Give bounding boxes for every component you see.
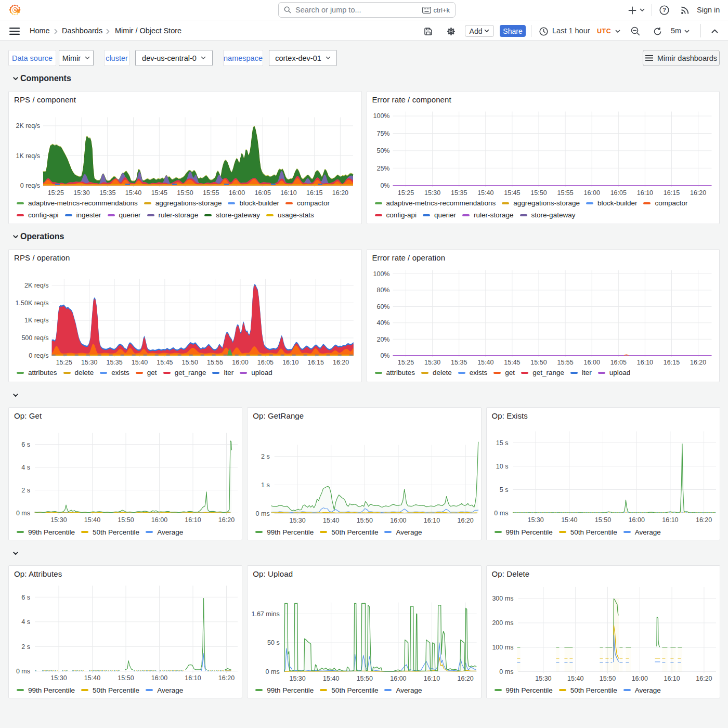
svg-text:15:30: 15:30 <box>535 675 551 682</box>
svg-text:15:55: 15:55 <box>557 359 573 366</box>
svg-text:16:20: 16:20 <box>696 675 712 682</box>
svg-text:0 ms: 0 ms <box>499 668 513 675</box>
svg-text:16:10: 16:10 <box>636 189 653 196</box>
svg-text:15:40: 15:40 <box>477 359 493 366</box>
svg-text:0%: 0% <box>380 352 389 359</box>
svg-text:15:40: 15:40 <box>477 189 493 196</box>
svg-text:100 ms: 100 ms <box>492 644 513 651</box>
svg-text:15:50: 15:50 <box>599 675 615 682</box>
svg-text:15:55: 15:55 <box>207 359 223 366</box>
svg-text:0 ms: 0 ms <box>494 509 508 516</box>
svg-text:2 s: 2 s <box>261 452 270 460</box>
svg-text:15:30: 15:30 <box>81 359 97 366</box>
svg-text:25%: 25% <box>376 164 389 172</box>
svg-text:0 req/s: 0 req/s <box>29 352 48 359</box>
svg-text:15:40: 15:40 <box>323 675 339 682</box>
svg-text:15:50: 15:50 <box>530 359 547 366</box>
svg-text:15:35: 15:35 <box>451 189 467 196</box>
svg-text:100%: 100% <box>373 270 389 277</box>
svg-text:15:55: 15:55 <box>203 189 219 196</box>
svg-text:1 s: 1 s <box>261 481 270 488</box>
svg-text:16:10: 16:10 <box>424 675 440 682</box>
svg-text:20%: 20% <box>376 335 389 343</box>
svg-text:15:55: 15:55 <box>557 189 573 196</box>
svg-text:15:35: 15:35 <box>106 359 122 366</box>
svg-text:5 s: 5 s <box>499 486 508 493</box>
svg-text:15:45: 15:45 <box>157 359 173 366</box>
svg-text:15:50: 15:50 <box>177 189 193 196</box>
svg-text:16:15: 16:15 <box>308 359 324 366</box>
svg-text:1.50K req/s: 1.50K req/s <box>16 299 49 306</box>
svg-text:40%: 40% <box>376 319 389 327</box>
svg-text:15:25: 15:25 <box>56 359 72 366</box>
svg-text:15 s: 15 s <box>496 439 508 446</box>
svg-text:16:00: 16:00 <box>151 674 167 682</box>
svg-text:16:00: 16:00 <box>583 189 600 196</box>
svg-text:1K req/s: 1K req/s <box>24 317 49 324</box>
svg-text:16:20: 16:20 <box>332 189 348 196</box>
svg-text:0 ms: 0 ms <box>266 668 280 675</box>
svg-text:6 s: 6 s <box>21 440 30 448</box>
svg-text:16:20: 16:20 <box>458 675 474 682</box>
svg-text:16:05: 16:05 <box>610 189 626 196</box>
svg-text:16:05: 16:05 <box>610 359 626 366</box>
svg-text:16:00: 16:00 <box>232 359 248 366</box>
svg-text:16:10: 16:10 <box>185 674 201 682</box>
svg-text:15:30: 15:30 <box>424 359 440 366</box>
svg-text:500 req/s: 500 req/s <box>21 334 48 342</box>
svg-text:16:10: 16:10 <box>185 516 201 524</box>
svg-text:1K req/s: 1K req/s <box>16 152 40 159</box>
svg-text:16:00: 16:00 <box>151 516 167 524</box>
svg-text:16:15: 16:15 <box>663 359 679 366</box>
svg-text:15:35: 15:35 <box>451 359 467 366</box>
svg-text:15:45: 15:45 <box>504 189 520 196</box>
svg-text:100%: 100% <box>373 112 389 120</box>
svg-text:16:20: 16:20 <box>333 359 349 366</box>
svg-text:50%: 50% <box>376 147 389 154</box>
svg-text:16:10: 16:10 <box>424 517 440 524</box>
svg-text:1.67 mins: 1.67 mins <box>252 610 280 617</box>
svg-text:15:30: 15:30 <box>290 517 306 524</box>
svg-text:4 s: 4 s <box>21 463 30 471</box>
svg-text:10 s: 10 s <box>496 462 508 470</box>
svg-text:15:50: 15:50 <box>530 189 547 196</box>
svg-text:0 ms: 0 ms <box>16 668 30 675</box>
svg-text:2K req/s: 2K req/s <box>16 122 40 129</box>
svg-text:16:10: 16:10 <box>662 516 678 524</box>
svg-text:300 ms: 300 ms <box>492 595 513 602</box>
svg-text:15:45: 15:45 <box>151 189 167 196</box>
svg-text:15:40: 15:40 <box>84 674 100 682</box>
svg-text:16:20: 16:20 <box>218 516 235 524</box>
svg-text:16:15: 16:15 <box>306 189 322 196</box>
svg-text:2 s: 2 s <box>21 643 30 650</box>
svg-text:16:00: 16:00 <box>631 675 647 682</box>
svg-text:0%: 0% <box>380 182 389 189</box>
svg-text:16:10: 16:10 <box>280 189 296 196</box>
svg-text:15:50: 15:50 <box>357 517 373 524</box>
svg-text:15:45: 15:45 <box>504 359 520 366</box>
svg-text:15:50: 15:50 <box>594 516 610 524</box>
svg-text:16:00: 16:00 <box>229 189 245 196</box>
svg-text:0 ms: 0 ms <box>256 510 270 517</box>
svg-text:4 s: 4 s <box>21 618 30 626</box>
svg-text:15:40: 15:40 <box>132 359 148 366</box>
svg-text:15:50: 15:50 <box>357 675 373 682</box>
svg-text:15:25: 15:25 <box>397 359 413 366</box>
svg-text:16:10: 16:10 <box>664 675 680 682</box>
svg-text:2 s: 2 s <box>21 486 30 493</box>
svg-text:80%: 80% <box>376 287 389 294</box>
svg-text:16:00: 16:00 <box>583 359 600 366</box>
svg-text:50 s: 50 s <box>267 639 280 646</box>
svg-text:16:20: 16:20 <box>218 674 235 682</box>
svg-text:?: ? <box>662 7 666 13</box>
svg-text:15:25: 15:25 <box>397 189 413 196</box>
svg-text:15:30: 15:30 <box>290 675 306 682</box>
svg-text:15:25: 15:25 <box>48 189 64 196</box>
svg-text:15:30: 15:30 <box>73 189 89 196</box>
svg-text:60%: 60% <box>376 303 389 310</box>
svg-text:16:00: 16:00 <box>628 516 644 524</box>
svg-text:16:15: 16:15 <box>663 189 679 196</box>
svg-text:15:30: 15:30 <box>527 516 543 524</box>
svg-text:16:05: 16:05 <box>255 189 271 196</box>
svg-text:16:20: 16:20 <box>696 516 712 524</box>
